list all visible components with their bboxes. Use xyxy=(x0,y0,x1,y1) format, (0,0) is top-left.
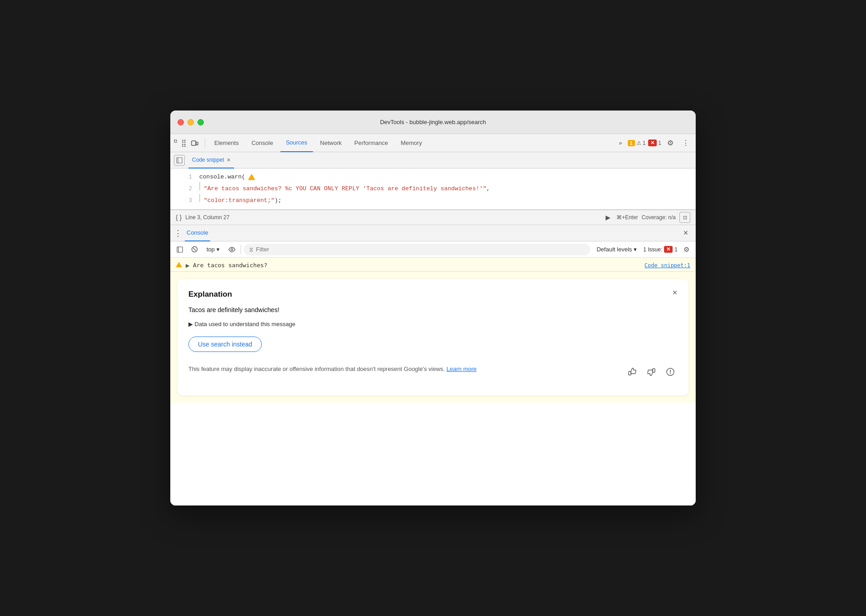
code-text-2: "Are tacos sandwiches? %c YOU CAN ONLY R… xyxy=(204,184,486,194)
svg-rect-2 xyxy=(192,141,196,145)
line-number-1: 1 xyxy=(174,173,192,182)
code-editor[interactable]: 1 console.warn( 2 "Are tacos sandwiches?… xyxy=(170,168,696,209)
tab-sources[interactable]: Sources xyxy=(280,134,313,152)
inspect-icon[interactable]: ⣿ xyxy=(174,137,187,149)
snippet-tab[interactable]: Code snippet × xyxy=(188,152,234,168)
console-warning-row[interactable]: ▶ Are tacos sandwiches? Code snippet:1 xyxy=(170,258,696,272)
code-line-2: 2 "Are tacos sandwiches? %c YOU CAN ONLY… xyxy=(170,182,696,194)
issue-badge-count: ✕ xyxy=(664,246,673,253)
code-line-3: 3 "color:transparent;"); xyxy=(170,194,696,206)
bottom-padding xyxy=(178,395,688,403)
error-badge[interactable]: ✕ 1 xyxy=(648,140,661,146)
coverage-label: Coverage: n/a xyxy=(642,214,676,221)
close-button[interactable] xyxy=(178,119,184,125)
more-options-icon[interactable]: ⋮ xyxy=(679,137,692,149)
minimize-button[interactable] xyxy=(188,119,194,125)
feedback-buttons xyxy=(625,365,678,379)
devtools-panel: ⣿ Elements Console Sources Network xyxy=(170,134,696,505)
thumbs-up-button[interactable] xyxy=(625,365,640,379)
indent-marker-3 xyxy=(199,194,200,202)
svg-rect-12 xyxy=(653,369,655,372)
disclaimer-text: This feature may display inaccurate or o… xyxy=(188,365,620,374)
eye-icon[interactable] xyxy=(226,244,238,255)
settings-icon[interactable]: ⚙ xyxy=(664,137,677,149)
svg-rect-3 xyxy=(196,142,198,145)
explanation-message: Tacos are definitely sandwiches! xyxy=(188,306,678,313)
explanation-area: × Explanation Tacos are definitely sandw… xyxy=(170,272,696,403)
console-close-icon[interactable]: × xyxy=(679,227,692,240)
console-panel: ⋮ Console × xyxy=(170,225,696,505)
svg-rect-11 xyxy=(629,371,631,375)
learn-more-link[interactable]: Learn more xyxy=(447,366,476,372)
console-tab[interactable]: Console xyxy=(185,225,210,241)
run-shortcut-label: ⌘+Enter xyxy=(616,214,638,221)
tab-elements[interactable]: Elements xyxy=(209,134,244,152)
browser-window: DevTools - bubble-jingle.web.app/search … xyxy=(170,111,696,505)
console-warn-message: Are tacos sandwiches? xyxy=(193,262,641,269)
error-count: ✕ xyxy=(648,140,657,146)
thumbs-down-button[interactable] xyxy=(644,365,659,379)
snippet-panel: Code snippet × 1 console.warn( 2 "Are ta… xyxy=(170,152,696,210)
code-text-1: console.warn( xyxy=(199,172,255,182)
status-bar: { } Line 3, Column 27 ▶ ⌘+Enter Coverage… xyxy=(170,210,696,225)
maximize-button[interactable] xyxy=(197,119,204,125)
warning-icon xyxy=(176,262,182,267)
snippet-close-icon[interactable]: × xyxy=(227,157,231,163)
explanation-close-button[interactable]: × xyxy=(669,286,681,299)
device-toolbar-icon[interactable] xyxy=(188,137,201,149)
sidebar-toggle-button[interactable] xyxy=(174,244,186,255)
context-selector[interactable]: top ▾ xyxy=(203,245,223,254)
more-tabs-button[interactable]: » xyxy=(616,138,625,148)
filter-icon: ⧖ xyxy=(249,246,253,253)
issues-count[interactable]: 1 Issue: ✕ 1 xyxy=(643,246,678,253)
expand-arrow-icon[interactable]: ▶ xyxy=(186,263,189,269)
snippet-tab-bar: Code snippet × xyxy=(170,152,696,168)
console-source-link[interactable]: Code snippet:1 xyxy=(645,262,690,269)
clear-console-icon[interactable] xyxy=(188,244,200,255)
console-header: ⋮ Console × xyxy=(170,225,696,241)
devtools-toolbar: ⣿ Elements Console Sources Network xyxy=(170,134,696,152)
warn-triangle-icon xyxy=(248,174,255,180)
console-content: ▶ Are tacos sandwiches? Code snippet:1 ×… xyxy=(170,258,696,505)
svg-rect-0 xyxy=(174,140,177,142)
panel-format-icon[interactable]: ⊡ xyxy=(679,212,690,223)
data-disclosure-toggle[interactable]: ▶ Data used to understand this message xyxy=(188,321,678,327)
console-menu-icon[interactable]: ⋮ xyxy=(174,229,181,237)
tab-memory[interactable]: Memory xyxy=(395,134,428,152)
filter-input[interactable] xyxy=(256,246,585,253)
svg-line-9 xyxy=(193,248,196,251)
filter-input-wrap[interactable]: ⧖ xyxy=(244,244,590,255)
snippet-tab-label: Code snippet xyxy=(192,157,224,163)
explanation-card: × Explanation Tacos are definitely sandw… xyxy=(178,279,688,395)
tab-console[interactable]: Console xyxy=(246,134,279,152)
svg-point-10 xyxy=(231,249,233,250)
line-number-2: 2 xyxy=(174,184,192,193)
titlebar: DevTools - bubble-jingle.web.app/search xyxy=(170,111,696,134)
window-title: DevTools - bubble-jingle.web.app/search xyxy=(380,119,486,125)
console-settings-icon[interactable]: ⚙ xyxy=(680,244,692,255)
code-line-1: 1 console.warn( xyxy=(170,172,696,182)
tab-network[interactable]: Network xyxy=(315,134,347,152)
svg-point-15 xyxy=(670,373,671,374)
console-toolbar: top ▾ ⧖ Default levels ▾ xyxy=(170,241,696,258)
disclaimer-row: This feature may display inaccurate or o… xyxy=(188,361,678,385)
log-level-dropdown[interactable]: Default levels ▾ xyxy=(593,245,640,254)
sidebar-toggle-icon[interactable] xyxy=(174,155,185,166)
dropdown-arrow-icon: ▾ xyxy=(216,246,220,253)
warning-badge[interactable]: 1 ⚠ 1 xyxy=(628,140,646,146)
tab-performance[interactable]: Performance xyxy=(349,134,393,152)
levels-arrow-icon: ▾ xyxy=(634,246,637,253)
svg-rect-4 xyxy=(177,158,182,163)
code-text-3: "color:transparent;" xyxy=(204,196,274,206)
explanation-title: Explanation xyxy=(188,290,678,299)
format-icon[interactable]: { } xyxy=(176,214,182,221)
status-bar-right: ▶ ⌘+Enter Coverage: n/a ⊡ xyxy=(604,212,690,223)
run-snippet-button[interactable]: ▶ xyxy=(604,213,613,222)
report-icon[interactable] xyxy=(663,365,678,379)
separator xyxy=(205,139,205,148)
warn-count: 1 xyxy=(628,140,635,146)
use-search-button[interactable]: Use search instead xyxy=(188,337,262,352)
traffic-lights xyxy=(178,119,204,125)
cursor-position: Line 3, Column 27 xyxy=(185,214,229,221)
separator xyxy=(241,245,241,254)
